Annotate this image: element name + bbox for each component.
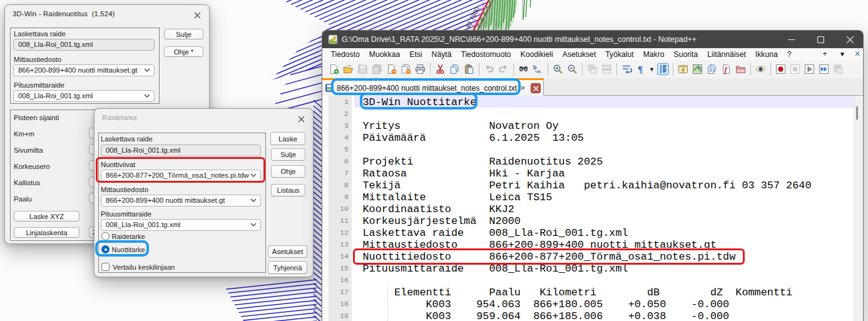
- menu-makro[interactable]: Makro: [638, 50, 669, 59]
- new-tab-button[interactable]: +: [817, 48, 832, 60]
- open-folder-icon[interactable]: [343, 64, 354, 74]
- tab-list-dropdown[interactable]: ▼: [835, 48, 850, 60]
- raidenuotitus-close-button[interactable]: [192, 10, 203, 21]
- macro-stop-icon[interactable]: [790, 64, 800, 74]
- line-text: Korkeusjärjestelmä N2000: [363, 215, 521, 227]
- ohje-button[interactable]: Ohje: [271, 165, 305, 178]
- tyhjenna-button[interactable]: Tyhjennä: [268, 261, 307, 274]
- copy-icon[interactable]: [449, 64, 460, 74]
- show-characters-dropdown-icon[interactable]: ▼: [649, 66, 655, 73]
- undo-icon[interactable]: [484, 64, 494, 74]
- editor-line[interactable]: 19 K003 959.064 866+185.006 +0.038 -0.00…: [322, 310, 863, 321]
- document-map-icon[interactable]: [692, 64, 703, 74]
- macro-run-multiple-icon[interactable]: [819, 64, 829, 74]
- editor-line[interactable]: 8Tekijä Petri Kaihia petri.kaihia@novatr…: [322, 179, 863, 191]
- editor-line[interactable]: 7Rataosa Hki - Karjaa: [322, 167, 863, 179]
- listaus-button[interactable]: Listaus: [271, 184, 305, 196]
- new-file-icon[interactable]: [329, 64, 339, 74]
- indent-guide-icon[interactable]: [658, 64, 668, 74]
- sulje-button[interactable]: Sulje: [271, 148, 305, 161]
- menu-tiedostomuoto[interactable]: Tiedostomuoto: [456, 50, 516, 59]
- minimize-button[interactable]: [782, 31, 800, 48]
- sync-horizontal-icon[interactable]: [601, 64, 612, 74]
- menu-tykalut[interactable]: Työkalut: [601, 50, 638, 59]
- save-icon[interactable]: [357, 64, 368, 74]
- pisteen-row-label: Korkeusero: [14, 163, 50, 170]
- folder-as-workspace-icon[interactable]: [735, 64, 746, 74]
- vertical-scrollbar[interactable]: [854, 96, 863, 321]
- find-icon[interactable]: [518, 64, 529, 74]
- close-button[interactable]: [840, 31, 859, 48]
- menu-suorita[interactable]: Suorita: [669, 50, 703, 59]
- editor-line[interactable]: 3Yritys Novatron Oy: [322, 120, 863, 131]
- editor-line[interactable]: 18 K003 954.063 866+180.005 +0.050 -0.00…: [322, 298, 863, 310]
- editor-line[interactable]: 5: [322, 143, 863, 155]
- menu-liitnniset[interactable]: Liitännäiset: [703, 50, 751, 59]
- print-icon[interactable]: [415, 64, 426, 74]
- line-number: 6: [329, 157, 349, 165]
- toolbar-separator: [430, 63, 431, 76]
- menubar-right-buttons: +▼✕: [810, 48, 864, 60]
- linjalaskenta-button[interactable]: Linjalaskenta: [14, 227, 79, 238]
- shortcut-mapper-icon[interactable]: [678, 64, 688, 74]
- titlebar[interactable]: G:\Oma Drive\1_RATA 2025\2_NRC\866+200-8…: [322, 31, 863, 48]
- menu-help[interactable]: ?: [782, 50, 796, 59]
- line-number: 16: [329, 276, 349, 284]
- scrollbar-thumb[interactable]: [856, 106, 858, 120]
- editor-line[interactable]: 17 Elementti Paalu Kilometri dB dZ Komme…: [322, 286, 863, 298]
- function-list-icon[interactable]: [721, 64, 732, 74]
- save-all-icon[interactable]: [372, 64, 382, 74]
- laskettava-raide-field[interactable]: 008_Lla-Roi_001.tg.xml: [101, 145, 261, 156]
- asetukset-button[interactable]: Asetukset: [268, 245, 307, 258]
- sync-vertical-icon[interactable]: [587, 64, 598, 74]
- paste-icon[interactable]: [464, 64, 474, 74]
- vertailu-checkbox[interactable]: [101, 263, 110, 271]
- laskettava-raide-field[interactable]: 008_Lla-Roi_001.tg.xml: [13, 39, 155, 51]
- word-wrap-icon[interactable]: [621, 64, 632, 74]
- replace-icon[interactable]: [533, 64, 543, 74]
- pituusmittaraide-dropdown[interactable]: 008_Lla-Roi_001.tg.xml: [13, 90, 155, 102]
- editor-line[interactable]: 6Projekti Raidenuotitus 2025: [322, 155, 863, 167]
- editor-line[interactable]: 9Mittalaite Leica TS15: [322, 191, 863, 203]
- line-text: Yritys Novatron Oy: [363, 120, 559, 132]
- zoom-in-icon[interactable]: [553, 64, 563, 74]
- menu-nyt[interactable]: Näytä: [427, 50, 456, 59]
- editor-line[interactable]: 11Korkeusjärjestelmä N2000: [322, 215, 863, 227]
- tab-close-button[interactable]: [531, 83, 541, 93]
- macro-record-icon[interactable]: [775, 64, 786, 74]
- ohje-button[interactable]: Ohje *: [164, 46, 203, 57]
- zoom-out-icon[interactable]: [567, 64, 578, 74]
- laske-button[interactable]: Laske: [270, 132, 305, 145]
- close-all-docs-icon[interactable]: [401, 64, 411, 74]
- editor[interactable]: 13D-Win Nuottitarke23Yritys Novatron Oy4…: [322, 96, 863, 321]
- menu-tiedosto[interactable]: Tiedosto: [326, 50, 364, 59]
- editor-line[interactable]: 16: [322, 274, 863, 286]
- file-monitoring-icon[interactable]: [755, 64, 766, 74]
- pituusmittaraide-dropdown[interactable]: 008_Lla-Roi_001.tg.xml: [101, 219, 261, 231]
- cut-icon[interactable]: [435, 64, 446, 74]
- menu-ikkuna[interactable]: Ikkuna: [750, 50, 782, 59]
- show-all-characters-icon[interactable]: [636, 64, 646, 74]
- close-tab-button[interactable]: ✕: [850, 48, 864, 60]
- macro-play-icon[interactable]: [804, 64, 815, 74]
- redo-icon[interactable]: [498, 64, 509, 74]
- menu-etsi[interactable]: Etsi: [405, 50, 427, 59]
- close-doc-icon[interactable]: [386, 64, 397, 74]
- laske-xyz-button[interactable]: Laske XYZ: [14, 211, 79, 222]
- raidetarke-radio[interactable]: Raidetarke: [101, 232, 176, 241]
- sulje-button[interactable]: Sulje: [164, 29, 203, 39]
- mittaustiedosto-dropdown[interactable]: 866+200-899+400 nuotti mittaukset.gt: [101, 195, 261, 206]
- document-list-icon[interactable]: [707, 64, 717, 74]
- tab-list-chevron-icon[interactable]: »: [521, 83, 525, 92]
- macro-save-icon[interactable]: [833, 64, 844, 74]
- maximize-button[interactable]: [811, 31, 830, 48]
- editor-line[interactable]: 4Päivämäärä 6.1.2025 13:05: [322, 131, 863, 143]
- editor-line[interactable]: 10Koordinaatisto KKJ2: [322, 203, 863, 215]
- editor-line[interactable]: 12Laskettava raide 008_Lla-Roi_001.tg.xm…: [322, 227, 863, 238]
- menu-muokkaa[interactable]: Muokkaa: [364, 50, 404, 59]
- raidetarke-close-button[interactable]: [296, 114, 307, 125]
- menu-koodikieli[interactable]: Koodikieli: [516, 50, 558, 59]
- mittaustiedosto-dropdown[interactable]: 866+200-899+400 nuotti mittaukset.gt: [13, 64, 155, 76]
- menu-asetukset[interactable]: Asetukset: [558, 50, 601, 59]
- line-number: 17: [329, 288, 349, 296]
